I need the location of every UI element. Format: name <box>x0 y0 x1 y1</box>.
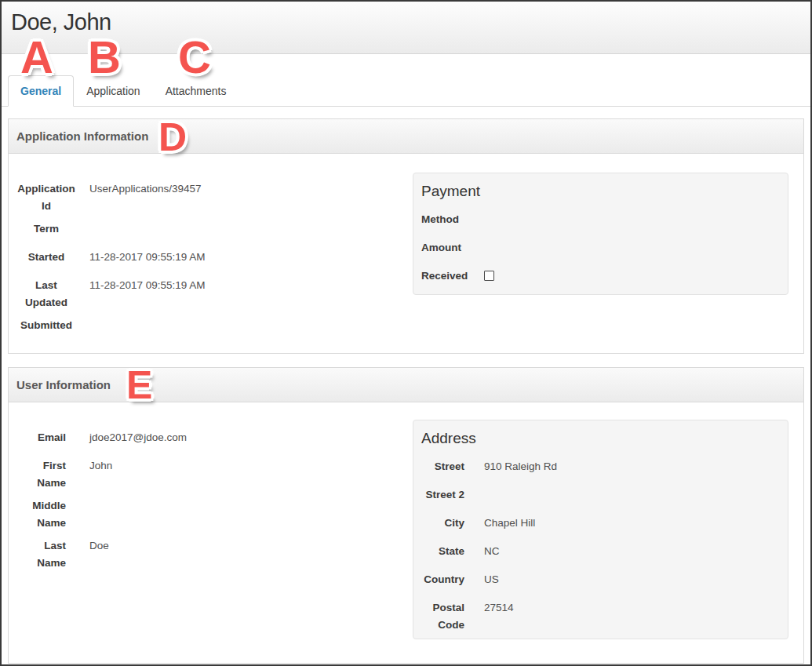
user-fields: Email jdoe2017@jdoe.com First Name John … <box>15 429 407 572</box>
field-row-street: Street 910 Raleigh Rd <box>421 458 780 481</box>
application-information-panel: Application Information Application Id U… <box>8 118 804 354</box>
field-value: 910 Raleigh Rd <box>484 458 557 481</box>
field-label: Last Name <box>15 537 66 572</box>
application-information-heading: Application Information <box>9 119 803 154</box>
application-information-body: Application Id UserApplications/39457 Te… <box>9 154 803 353</box>
field-row-submitted: Submitted <box>15 317 407 340</box>
field-row-email: Email jdoe2017@jdoe.com <box>15 429 407 452</box>
field-label: First Name <box>15 457 66 492</box>
field-label: Email <box>15 429 66 452</box>
page-title: Doe, John <box>11 9 810 35</box>
field-value: John <box>89 457 112 492</box>
address-title: Address <box>421 430 780 447</box>
field-row-country: Country US <box>421 571 780 594</box>
field-label: Amount <box>421 239 468 262</box>
payment-box: Payment Method Amount Received <box>413 173 788 295</box>
field-value: jdoe2017@jdoe.com <box>89 429 187 452</box>
address-box: Address Street 910 Raleigh Rd Street 2 C… <box>413 420 788 639</box>
field-value: Doe <box>89 537 109 572</box>
tab-attachments[interactable]: Attachments <box>153 75 239 107</box>
field-label: Last Updated <box>15 277 78 311</box>
field-label: City <box>421 515 464 537</box>
field-row-last-updated: Last Updated 11-28-2017 09:55:19 AM <box>15 277 407 311</box>
field-value: 11-28-2017 09:55:19 AM <box>89 277 206 311</box>
field-row-received: Received <box>421 267 780 290</box>
field-label: Method <box>421 211 468 234</box>
field-row-method: Method <box>421 211 780 234</box>
field-row-first-name: First Name John <box>15 457 407 492</box>
field-label: Country <box>421 571 464 594</box>
field-label: Submitted <box>15 317 78 340</box>
field-row-middle-name: Middle Name <box>15 497 407 532</box>
user-information-panel: User Information Email jdoe2017@jdoe.com… <box>8 367 804 664</box>
field-value: NC <box>484 543 500 566</box>
field-value: 27514 <box>484 599 514 634</box>
field-value: Chapel Hill <box>484 515 535 537</box>
field-label: Term <box>15 220 78 243</box>
user-information-heading: User Information <box>9 368 803 402</box>
field-row-amount: Amount <box>421 239 780 262</box>
application-fields: Application Id UserApplications/39457 Te… <box>15 180 407 340</box>
payment-title: Payment <box>421 183 780 200</box>
tab-general[interactable]: General <box>8 75 74 107</box>
field-label: Street 2 <box>421 486 464 509</box>
field-label: State <box>421 543 464 566</box>
field-label: Street <box>421 458 464 481</box>
field-row-state: State NC <box>421 543 780 566</box>
tab-bar: General Application Attachments <box>2 75 810 107</box>
field-row-postal-code: Postal Code 27514 <box>421 599 780 634</box>
field-row-city: City Chapel Hill <box>421 515 780 537</box>
field-value: US <box>484 571 499 594</box>
field-row-street-2: Street 2 <box>421 486 780 509</box>
field-label: Received <box>421 267 468 290</box>
tab-application[interactable]: Application <box>74 75 153 107</box>
received-checkbox[interactable] <box>484 271 494 281</box>
field-label: Postal Code <box>421 599 464 634</box>
field-row-started: Started 11-28-2017 09:55:19 AM <box>15 249 407 271</box>
field-row-last-name: Last Name Doe <box>15 537 407 572</box>
field-value: 11-28-2017 09:55:19 AM <box>89 249 206 271</box>
page-header: Doe, John <box>2 2 810 54</box>
app-window: Doe, John General Application Attachment… <box>0 0 812 666</box>
user-information-body: Email jdoe2017@jdoe.com First Name John … <box>9 402 803 663</box>
field-row-term: Term <box>15 220 407 243</box>
field-value: UserApplications/39457 <box>89 180 202 215</box>
field-label: Application Id <box>15 180 78 215</box>
field-label: Started <box>15 249 78 271</box>
field-label: Middle Name <box>15 497 66 532</box>
field-row-application-id: Application Id UserApplications/39457 <box>15 180 407 215</box>
